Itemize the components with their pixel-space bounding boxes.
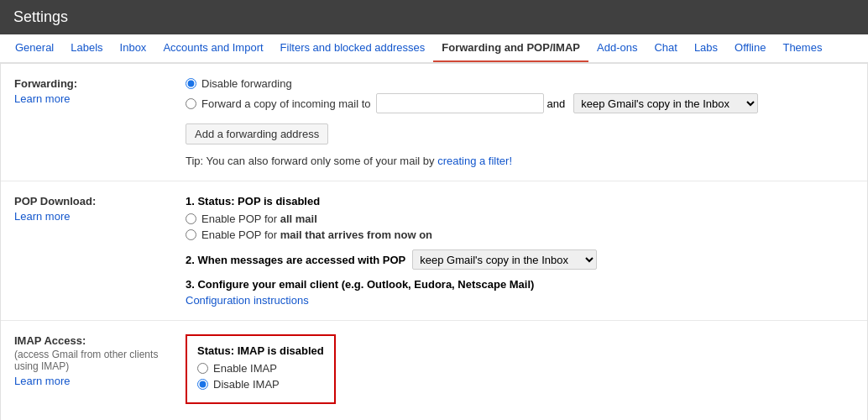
imap-status-text: Status: IMAP is disabled	[197, 344, 324, 357]
disable-forwarding-label[interactable]: Disable forwarding	[201, 77, 292, 90]
enable-imap-row: Enable IMAP	[197, 362, 324, 375]
disable-imap-label[interactable]: Disable IMAP	[213, 378, 280, 391]
pop-step3: 3. Configure your email client (e.g. Out…	[186, 278, 850, 291]
pop-now-label[interactable]: Enable POP for mail that arrives from no…	[201, 228, 432, 241]
forward-email-input[interactable]	[376, 93, 544, 113]
tab-themes[interactable]: Themes	[774, 34, 830, 62]
pop-status-text: 1. Status: POP is disabled	[186, 195, 850, 207]
tab-forwarding[interactable]: Forwarding and POP/IMAP	[433, 34, 588, 62]
page-title: Settings	[13, 8, 68, 25]
pop-config-link-wrapper: Configuration instructions	[186, 294, 850, 307]
tab-labs[interactable]: Labs	[686, 34, 726, 62]
imap-sublabel: (access Gmail from other clients using I…	[14, 349, 172, 372]
pop-keep-select[interactable]: keep Gmail's copy in the Inbox	[412, 249, 597, 270]
imap-learn-more[interactable]: Learn more	[14, 375, 172, 387]
keep-copy-select[interactable]: keep Gmail's copy in the Inbox	[573, 93, 758, 113]
imap-status-box: Status: IMAP is disabled Enable IMAP Dis…	[186, 334, 336, 404]
disable-imap-row: Disable IMAP	[197, 378, 324, 391]
pop-enable-now-row: Enable POP for mail that arrives from no…	[186, 228, 850, 241]
tip-text: Tip: You can also forward only some of y…	[186, 155, 850, 167]
tip-prefix: Tip: You can also forward only some of y…	[186, 155, 435, 167]
tab-general[interactable]: General	[7, 34, 62, 62]
forwarding-learn-more[interactable]: Learn more	[14, 92, 172, 105]
imap-content: Status: IMAP is disabled Enable IMAP Dis…	[186, 334, 867, 420]
forward-copy-radio[interactable]	[186, 98, 196, 109]
imap-label: IMAP Access:	[14, 334, 86, 347]
pop-content: 1. Status: POP is disabled Enable POP fo…	[186, 195, 867, 307]
forward-copy-label[interactable]: Forward a copy of incoming mail to	[201, 97, 371, 110]
forwarding-label: Forwarding:	[14, 77, 77, 90]
pop-select-row: 2. When messages are accessed with POP k…	[186, 249, 850, 270]
settings-nav: General Labels Inbox Accounts and Import…	[0, 34, 868, 63]
tab-filters[interactable]: Filters and blocked addresses	[272, 34, 434, 62]
imap-section: IMAP Access: (access Gmail from other cl…	[1, 321, 867, 420]
tab-inbox[interactable]: Inbox	[112, 34, 155, 62]
tab-addons[interactable]: Add-ons	[588, 34, 646, 62]
page-header: Settings	[0, 0, 868, 34]
add-forwarding-button[interactable]: Add a forwarding address	[186, 123, 328, 144]
disable-forwarding-row: Disable forwarding	[186, 77, 850, 90]
forward-copy-row: Forward a copy of incoming mail to and k…	[186, 93, 850, 113]
tab-labels[interactable]: Labels	[62, 34, 111, 62]
pop-learn-more[interactable]: Learn more	[14, 210, 172, 223]
and-text: and	[547, 97, 566, 110]
tab-accounts[interactable]: Accounts and Import	[154, 34, 271, 62]
creating-filter-link[interactable]: creating a filter!	[437, 155, 512, 167]
tab-offline[interactable]: Offline	[726, 34, 774, 62]
enable-imap-label[interactable]: Enable IMAP	[213, 362, 277, 375]
pop-label: POP Download:	[14, 195, 96, 207]
forwarding-section: Forwarding: Learn more Disable forwardin…	[1, 64, 867, 181]
imap-label-col: IMAP Access: (access Gmail from other cl…	[1, 334, 186, 420]
tab-chat[interactable]: Chat	[646, 34, 685, 62]
settings-content: Forwarding: Learn more Disable forwardin…	[0, 63, 868, 420]
pop-config-link[interactable]: Configuration instructions	[186, 294, 309, 307]
pop-step2: 2. When messages are accessed with POP k…	[186, 249, 850, 270]
pop-section: POP Download: Learn more 1. Status: POP …	[1, 181, 867, 321]
pop-all-label[interactable]: Enable POP for all mail	[201, 213, 317, 225]
disable-forwarding-radio[interactable]	[186, 78, 196, 89]
pop-enable-all-row: Enable POP for all mail	[186, 213, 850, 225]
disable-imap-radio[interactable]	[197, 379, 208, 390]
pop-now-radio[interactable]	[186, 229, 196, 240]
forwarding-content: Disable forwarding Forward a copy of inc…	[186, 77, 867, 167]
pop-label-col: POP Download: Learn more	[1, 195, 186, 307]
pop-all-radio[interactable]	[186, 213, 196, 224]
enable-imap-radio[interactable]	[197, 363, 208, 374]
add-forward-wrapper: Add a forwarding address	[186, 117, 850, 151]
forwarding-label-col: Forwarding: Learn more	[1, 77, 186, 167]
